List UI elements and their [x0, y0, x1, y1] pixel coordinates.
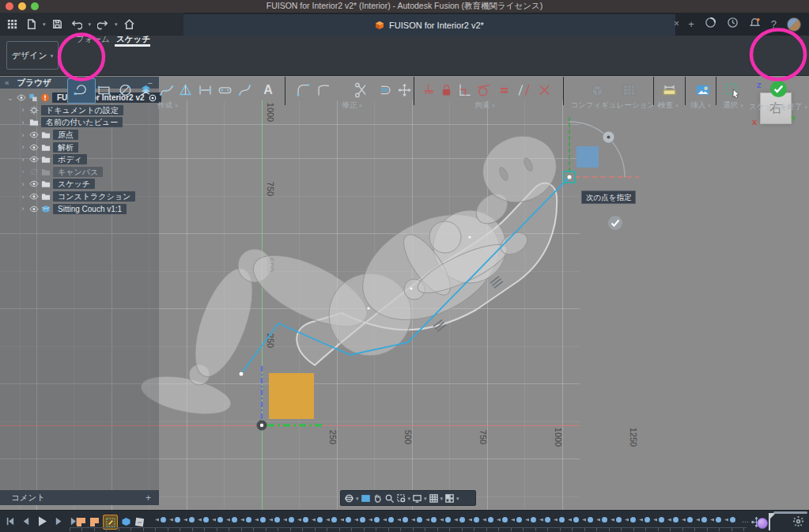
timeline-feature-icon[interactable] [482, 517, 493, 523]
finish-sketch-button[interactable] [769, 80, 788, 98]
browser-row-sketches[interactable]: › スケッチ [0, 178, 159, 191]
timeline-feature-icon[interactable] [653, 517, 664, 523]
dropdown-caret[interactable]: ▾ [115, 21, 118, 27]
help-icon[interactable]: ? [771, 19, 777, 29]
timeline-feature-icon[interactable] [568, 517, 579, 523]
line-tool-icon[interactable] [70, 81, 90, 100]
timeline-feature-icon[interactable] [696, 517, 707, 523]
group-modify-label[interactable]: 修正▾ [342, 100, 362, 111]
add-comment-button[interactable]: + [146, 492, 151, 504]
active-document-tab[interactable]: FUISON for Interior2 v2* [183, 14, 675, 36]
browser-row-analysis[interactable]: › 解析 [0, 141, 159, 153]
timeline-feature-icon[interactable] [539, 517, 550, 523]
timeline-feature-icon[interactable] [596, 517, 607, 523]
timeline-feature-icon[interactable] [724, 517, 735, 523]
rectangle-tool-icon[interactable] [93, 81, 114, 100]
timeline-feature-icon[interactable] [326, 517, 337, 523]
browser-row-named-views[interactable]: › 名前の付いたビュー [0, 116, 159, 129]
recent-clock-icon[interactable] [727, 17, 739, 32]
expand-chevron-icon[interactable]: › [19, 119, 27, 126]
timeline-feature-icon[interactable] [283, 517, 294, 523]
spline-tool-icon[interactable] [156, 81, 176, 100]
ok-check-marker[interactable] [608, 216, 622, 230]
visibility-eye-icon[interactable] [29, 179, 39, 188]
timeline-component-sphere-icon[interactable] [757, 518, 768, 529]
canvas-feature-icon[interactable] [89, 517, 100, 527]
browser-row-document-settings[interactable]: › ドキュメントの設定 [0, 104, 159, 117]
timeline-feature-icon[interactable] [183, 517, 195, 523]
slot-tool-icon[interactable] [214, 81, 235, 100]
expand-chevron-icon[interactable]: › [19, 156, 27, 164]
home-icon[interactable] [123, 17, 137, 32]
body-feature-icon[interactable] [121, 517, 131, 527]
browser-row-construction[interactable]: › コンストラクション [0, 191, 159, 203]
pan-icon[interactable] [372, 493, 383, 504]
text-tool-icon[interactable]: A [258, 81, 278, 100]
dropdown-caret[interactable]: ▾ [356, 496, 359, 501]
workspace-selector[interactable]: デザイン ▾ [6, 41, 59, 70]
timeline-feature-icon[interactable] [425, 517, 437, 523]
dropdown-caret[interactable]: ▾ [424, 496, 427, 501]
move-copy-tool-icon[interactable] [394, 81, 414, 100]
timeline-feature-icon[interactable] [297, 517, 308, 523]
measure-icon[interactable] [659, 81, 679, 100]
dropdown-caret[interactable]: ▾ [408, 496, 411, 501]
timeline-feature-icon[interactable] [369, 517, 380, 523]
group-constraints-label[interactable]: 拘束▾ [474, 100, 495, 111]
browser-row-sitting-couch[interactable]: › Sitting Couch v1:1 [0, 202, 159, 215]
timeline-feature-icon[interactable] [269, 517, 280, 523]
timeline-feature-icon[interactable] [667, 517, 679, 523]
visibility-eye-icon[interactable] [29, 192, 39, 201]
zoom-window-icon[interactable] [396, 493, 406, 504]
play-icon[interactable] [36, 515, 48, 527]
timeline-ruler[interactable] [70, 527, 747, 531]
sketch-feature-icon[interactable] [134, 517, 145, 527]
timeline-feature-icon[interactable] [710, 517, 721, 523]
timeline-feature-icon[interactable] [639, 517, 650, 523]
tangent-constraint-icon[interactable] [473, 81, 493, 100]
visibility-eye-icon[interactable] [17, 93, 26, 102]
fillet-tool-icon[interactable] [293, 81, 313, 100]
visibility-off-eye-icon[interactable] [29, 168, 39, 176]
expand-chevron-icon[interactable]: › [19, 205, 27, 213]
timeline-feature-icon[interactable] [682, 517, 693, 523]
visibility-eye-icon[interactable] [29, 155, 39, 164]
timeline-feature-icon[interactable] [511, 517, 522, 523]
close-tab-icon[interactable]: × [674, 18, 679, 29]
scissors-trim-icon[interactable] [350, 81, 371, 100]
timeline-feature-icon[interactable] [554, 517, 565, 523]
group-create-label[interactable]: 作成▾ [157, 100, 178, 111]
expand-chevron-icon[interactable]: › [19, 168, 27, 175]
tab-sketch[interactable]: スケッチ [116, 34, 150, 45]
timeline-position-marker[interactable] [769, 513, 770, 530]
user-avatar[interactable] [787, 17, 801, 32]
dropdown-caret[interactable]: ▾ [456, 496, 459, 501]
dropdown-caret[interactable]: ▾ [89, 21, 92, 27]
finish-sketch-label[interactable]: スケッチを終了▾ [749, 102, 807, 112]
undo-icon[interactable] [70, 17, 84, 32]
expand-chevron-icon[interactable]: › [19, 106, 27, 114]
display-settings-icon[interactable] [412, 493, 422, 504]
dropdown-caret[interactable]: ▾ [440, 496, 444, 501]
timeline-feature-icon[interactable] [383, 517, 394, 523]
timeline-feature-icon[interactable] [468, 517, 479, 523]
expand-chevron-icon[interactable]: › [19, 131, 27, 139]
timeline-feature-icon[interactable] [497, 517, 508, 523]
timeline-feature-icon[interactable] [525, 517, 536, 523]
expand-chevron-icon[interactable]: › [19, 143, 27, 151]
orbit-icon[interactable] [344, 493, 354, 504]
timeline-feature-icon[interactable] [625, 517, 636, 523]
close-window-button[interactable] [6, 2, 13, 10]
tab-form[interactable]: フォーム [76, 34, 110, 45]
timeline-feature-icon[interactable] [411, 517, 422, 523]
timeline-feature-icon[interactable] [340, 517, 351, 523]
timeline-feature-icon[interactable] [440, 517, 451, 523]
visibility-eye-icon[interactable] [29, 205, 39, 213]
notifications-bell-icon[interactable] [749, 17, 761, 32]
new-file-icon[interactable] [24, 17, 38, 32]
browser-row-origin[interactable]: › 原点 [0, 129, 159, 141]
minimize-window-button[interactable] [18, 2, 26, 10]
symmetry-constraint-icon[interactable] [534, 81, 554, 100]
expand-chevron-icon[interactable]: ⌄ [6, 94, 14, 102]
browser-row-canvases[interactable]: › キャンバス [0, 166, 159, 179]
